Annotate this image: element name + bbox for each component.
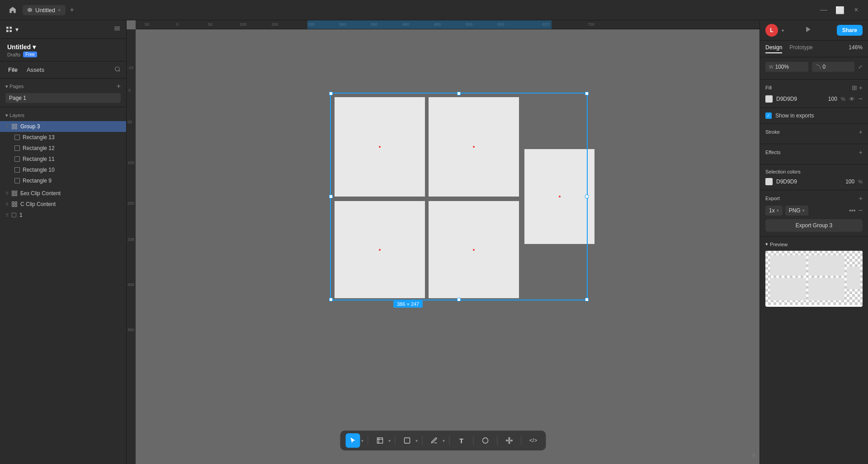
file-title[interactable]: Untitled ▾ — [7, 43, 119, 51]
frame-tool[interactable] — [373, 433, 387, 448]
frame-dropdown[interactable]: ▾ — [388, 438, 391, 443]
select-dropdown[interactable]: ▾ — [361, 438, 363, 443]
svg-point-27 — [509, 437, 510, 439]
note-tool[interactable] — [478, 433, 493, 448]
rect-right[interactable] — [524, 149, 594, 244]
zoom-display[interactable]: 146% — [849, 44, 863, 53]
export-add-icon[interactable]: + — [859, 195, 863, 202]
current-tab[interactable]: Untitled × — [23, 5, 66, 15]
svg-rect-20 — [12, 213, 16, 217]
fill-color-value[interactable]: D9D9D9 — [776, 96, 819, 102]
user-dropdown-icon[interactable]: ▾ — [782, 28, 784, 33]
sel-color-value[interactable]: D9D9D9 — [776, 178, 836, 185]
export-button[interactable]: Export Group 3 — [765, 219, 863, 232]
search-icon[interactable] — [114, 66, 121, 74]
layer-c[interactable]: ⠿ C Clip Content — [0, 199, 126, 210]
rect12-label: Rectangle 12 — [23, 145, 55, 151]
tab-design[interactable]: Design — [765, 44, 782, 53]
home-icon[interactable] — [5, 3, 20, 17]
close-button[interactable]: × — [850, 4, 863, 16]
layer-bez[interactable]: ⠿ Без Clip Content — [0, 188, 126, 199]
toolbar-sep3 — [422, 436, 423, 445]
rect11-label: Rectangle 11 — [23, 156, 55, 162]
svg-point-30 — [511, 440, 513, 441]
stroke-title: Stroke — [765, 129, 780, 135]
svg-rect-1 — [9, 27, 12, 29]
shape-tool[interactable] — [400, 433, 415, 448]
fill-add-icon[interactable]: + — [859, 84, 863, 91]
width-value: 100% — [775, 64, 789, 70]
minimize-button[interactable]: — — [817, 4, 830, 16]
code-tool[interactable]: </> — [526, 433, 541, 448]
page1-item[interactable]: Page 1 — [5, 93, 121, 103]
right-panel-top: L ▾ Share — [760, 20, 868, 41]
layer-rect10[interactable]: Rectangle 10 — [0, 164, 126, 175]
fill-visibility-icon[interactable]: 👁 — [849, 96, 855, 103]
show-exports-label: Show in exports — [775, 112, 814, 119]
layer-rect13[interactable]: Rectangle 13 — [0, 132, 126, 143]
share-button[interactable]: Share — [837, 25, 863, 36]
tab-file[interactable]: File — [5, 65, 20, 75]
dimensions-section: W 100% 0 ⤢ — [760, 57, 868, 80]
tab-add-icon[interactable]: + — [70, 6, 74, 14]
component-tool[interactable] — [502, 433, 517, 448]
fill-grid-icon[interactable]: ⊞ — [852, 84, 857, 91]
selection-color-row: D9D9D9 100 % — [765, 178, 863, 185]
export-row: 1x ▾ PNG ▾ ••• − — [765, 206, 863, 216]
maximize-button[interactable]: ⬜ — [834, 4, 846, 16]
export-section: Export + 1x ▾ PNG ▾ ••• − Export Group 3 — [760, 190, 868, 237]
sidebar-toggle-icon[interactable] — [113, 25, 121, 34]
toolbar-sep5 — [473, 436, 474, 445]
show-exports-checkbox[interactable]: ✓ — [765, 112, 772, 119]
canvas-area[interactable]: 50 0 50 100 150 239 300 350 400 450 500 … — [127, 20, 760, 464]
prototype-btn[interactable] — [805, 26, 812, 35]
export-format-select[interactable]: PNG ▾ — [785, 206, 808, 216]
tab-prototype[interactable]: Prototype — [789, 44, 812, 53]
fill-color-swatch[interactable] — [765, 95, 773, 103]
export-more-icon[interactable]: ••• — [849, 207, 856, 214]
fill-opacity-value[interactable]: 100 — [823, 96, 837, 102]
layer-rect9[interactable]: Rectangle 9 — [0, 175, 126, 186]
sel-opacity-value[interactable]: 100 — [840, 178, 854, 185]
layer-group3[interactable]: ⠿ Group 3 — [0, 121, 126, 132]
pen-dropdown[interactable]: ▾ — [443, 438, 445, 443]
layer-1[interactable]: ⠿ 1 — [0, 210, 126, 220]
effects-add-icon[interactable]: + — [859, 149, 863, 156]
rect-top-left[interactable] — [335, 97, 425, 197]
rect13-label: Rectangle 13 — [23, 134, 55, 141]
rect-bottom-right[interactable] — [429, 201, 519, 298]
rect-top-right[interactable] — [429, 97, 519, 197]
layer-rect12[interactable]: Rectangle 12 — [0, 143, 126, 154]
export-scale-select[interactable]: 1x ▾ — [765, 206, 783, 216]
svg-rect-21 — [377, 438, 383, 443]
export-remove-icon[interactable]: − — [859, 206, 863, 215]
effects-header: Effects + — [765, 149, 863, 156]
text-tool[interactable]: T — [454, 433, 469, 448]
tab-assets[interactable]: Assets — [24, 65, 47, 75]
layers-header: ▾ Layers — [0, 111, 126, 121]
width-field[interactable]: W 100% — [765, 62, 808, 72]
pen-tool[interactable] — [427, 433, 442, 448]
size-label: 386 × 247 — [393, 300, 423, 308]
sidebar-tool[interactable]: ▾ — [5, 26, 19, 33]
select-tool[interactable] — [346, 433, 360, 448]
pages-add-icon[interactable]: + — [117, 82, 121, 90]
svg-rect-14 — [12, 194, 14, 196]
rect-bottom-left[interactable] — [335, 201, 425, 298]
help-icon[interactable]: ? — [752, 453, 755, 459]
svg-rect-15 — [15, 194, 17, 196]
user-avatar[interactable]: L — [765, 24, 778, 37]
svg-rect-38 — [808, 255, 844, 276]
radius-field[interactable]: 0 — [812, 62, 855, 72]
expand-icon[interactable]: ⤢ — [858, 64, 863, 70]
sel-color-swatch[interactable] — [765, 178, 773, 185]
tab-close-icon[interactable]: × — [58, 7, 61, 13]
preview-title[interactable]: ▾ Preview — [765, 241, 863, 247]
shape-dropdown[interactable]: ▾ — [415, 438, 418, 443]
fill-remove-icon[interactable]: − — [859, 95, 863, 103]
fill-section: Fill ⊞ + D9D9D9 100 % 👁 − — [760, 80, 868, 108]
layer-rect11[interactable]: Rectangle 11 — [0, 154, 126, 164]
drag-icon: ⠿ — [5, 202, 9, 207]
canvas-content[interactable]: 386 × 247 — [136, 29, 760, 464]
stroke-add-icon[interactable]: + — [859, 128, 863, 136]
